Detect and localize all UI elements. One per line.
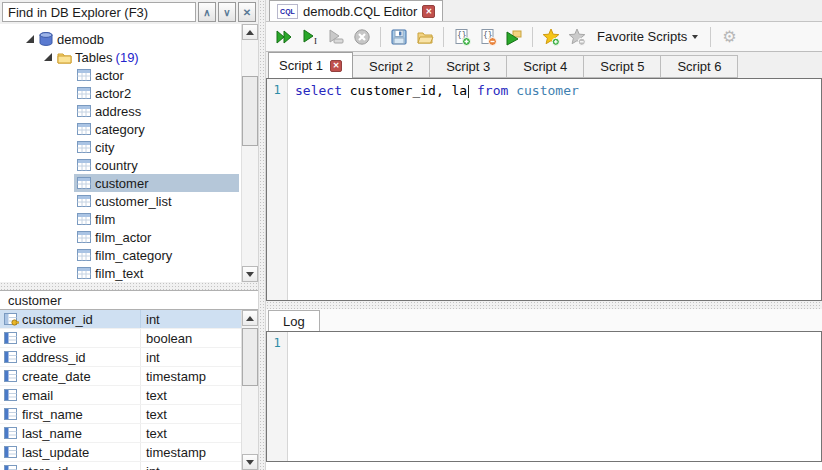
tree-item-table[interactable]: actor: [0, 66, 258, 84]
scroll-down-icon: [246, 460, 254, 465]
tab-script-2[interactable]: Script 2: [353, 55, 430, 78]
execute-selection-button-disabled[interactable]: [324, 25, 348, 49]
tab-script-1[interactable]: Script 1 ✕: [268, 52, 353, 78]
tab-close-button[interactable]: ✕: [422, 5, 435, 18]
table-icon: [76, 85, 92, 101]
column-icon: [0, 389, 22, 402]
scroll-up-button[interactable]: [242, 24, 258, 40]
column-row[interactable]: email text: [0, 386, 258, 405]
tree-item-table-selected[interactable]: customer: [0, 174, 258, 192]
new-script-button[interactable]: {}: [450, 25, 474, 49]
tree-item-table[interactable]: film: [0, 210, 258, 228]
column-row[interactable]: create_date timestamp: [0, 367, 258, 386]
find-close-button[interactable]: ✕: [238, 2, 256, 22]
tree-scrollbar[interactable]: [241, 24, 258, 282]
chevron-up-icon: ∧: [203, 7, 210, 18]
tree-item-table[interactable]: category: [0, 120, 258, 138]
tree-scroll-thumb[interactable]: [242, 76, 258, 146]
tree-item-table[interactable]: city: [0, 138, 258, 156]
column-row[interactable]: last_name text: [0, 424, 258, 443]
favorite-scripts-dropdown[interactable]: Favorite Scripts: [591, 25, 704, 49]
tab-script-5[interactable]: Script 5: [584, 55, 661, 78]
database-icon: [38, 31, 54, 47]
vertical-splitter[interactable]: [258, 0, 266, 470]
line-number: 1: [273, 83, 280, 97]
expand-arrow-icon[interactable]: [24, 35, 36, 43]
columns-scroll-thumb[interactable]: [242, 328, 258, 386]
column-icon: [0, 465, 22, 470]
svg-text:I: I: [314, 36, 317, 46]
find-previous-button[interactable]: ∧: [198, 2, 216, 22]
execute-single-icon: I: [301, 28, 319, 46]
tab-script-6[interactable]: Script 6: [661, 55, 738, 78]
find-bar: ∧ ∨ ✕: [0, 0, 258, 24]
scroll-up-icon: [246, 30, 254, 35]
find-input[interactable]: [2, 2, 196, 22]
open-button[interactable]: [413, 25, 437, 49]
tree-item-table[interactable]: film_category: [0, 246, 258, 264]
editor-tab-bar: CQL demodb.CQL Editor ✕: [266, 0, 822, 22]
chevron-down-icon: ∨: [223, 7, 230, 18]
settings-button-disabled[interactable]: ⚙: [717, 25, 741, 49]
execute-all-button[interactable]: [272, 25, 296, 49]
stop-button-disabled[interactable]: [350, 25, 374, 49]
tree-item-table[interactable]: customer_list: [0, 192, 258, 210]
open-script-button[interactable]: [502, 25, 526, 49]
column-row[interactable]: customer_id int: [0, 310, 258, 329]
column-icon: [0, 332, 22, 345]
table-icon: [76, 67, 92, 83]
find-next-button[interactable]: ∨: [218, 2, 236, 22]
tree-item-table[interactable]: actor2: [0, 84, 258, 102]
column-row[interactable]: store_id int: [0, 462, 258, 470]
tree-item-table[interactable]: film_text: [0, 264, 258, 282]
primary-key-column-icon: [0, 313, 22, 326]
table-icon: [76, 103, 92, 119]
table-icon: [76, 139, 92, 155]
column-row[interactable]: last_update timestamp: [0, 443, 258, 462]
table-icon: [76, 175, 92, 191]
tables-count-badge: (19): [116, 50, 139, 65]
scroll-up-button[interactable]: [242, 310, 258, 326]
tree-item-table[interactable]: address: [0, 102, 258, 120]
log-tab-bar: Log: [266, 309, 822, 331]
bottom-padding: [266, 462, 822, 470]
column-row[interactable]: active boolean: [0, 329, 258, 348]
tab-cql-editor[interactable]: CQL demodb.CQL Editor ✕: [269, 0, 443, 21]
scroll-down-button[interactable]: [242, 454, 258, 470]
tree-item-table[interactable]: country: [0, 156, 258, 174]
tab-script-4[interactable]: Script 4: [507, 55, 584, 78]
tree-item-tables-folder[interactable]: Tables (19): [0, 48, 258, 66]
column-icon: [0, 370, 22, 383]
save-button[interactable]: [387, 25, 411, 49]
column-row[interactable]: address_id int: [0, 348, 258, 367]
column-row[interactable]: first_name text: [0, 405, 258, 424]
horizontal-splitter[interactable]: [0, 282, 258, 290]
editor-log-splitter[interactable]: [266, 301, 822, 309]
scroll-down-icon: [246, 272, 254, 277]
tree-item-table[interactable]: film_actor: [0, 228, 258, 246]
log-content[interactable]: [288, 332, 821, 461]
save-icon: [390, 28, 408, 46]
column-icon: [0, 446, 22, 459]
folder-icon: [56, 49, 72, 65]
expand-arrow-icon[interactable]: [42, 53, 54, 61]
close-script-button[interactable]: {}: [476, 25, 500, 49]
toolbar-separator: [380, 27, 381, 47]
table-icon: [76, 211, 92, 227]
columns-panel-title: customer: [0, 290, 258, 310]
columns-scrollbar[interactable]: [241, 310, 258, 470]
code-area[interactable]: select customer_id, la from customer: [288, 79, 821, 300]
dropdown-arrow-icon: [692, 35, 698, 39]
execute-selection-icon: [327, 28, 345, 46]
tab-log[interactable]: Log: [268, 310, 320, 331]
remove-favorite-button-disabled[interactable]: [565, 25, 589, 49]
script-tab-close-button[interactable]: ✕: [330, 60, 342, 72]
table-icon: [76, 265, 92, 281]
execute-single-button[interactable]: I: [298, 25, 322, 49]
tab-script-3[interactable]: Script 3: [430, 55, 507, 78]
tree-label-tables: Tables: [75, 50, 113, 65]
add-favorite-button[interactable]: [539, 25, 563, 49]
open-folder-icon: [416, 28, 434, 46]
scroll-down-button[interactable]: [242, 266, 258, 282]
tree-item-database[interactable]: demodb: [0, 30, 258, 48]
